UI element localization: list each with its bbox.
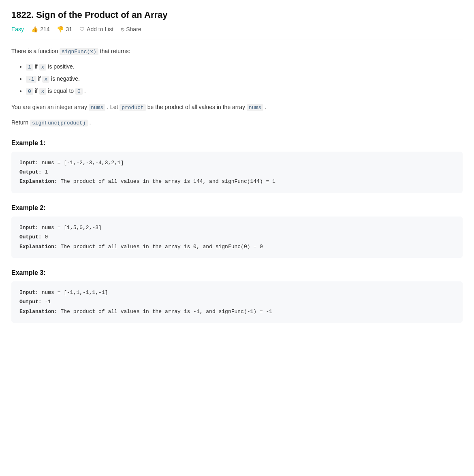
example-2-output: Output: 0	[19, 232, 455, 242]
signfunc-inline-code: signFunc(x)	[60, 48, 98, 55]
bullet-item-1: 1 if x is positive.	[26, 62, 463, 72]
thumbup-icon: 👍	[31, 26, 38, 32]
description-para2: You are given an integer array nums . Le…	[11, 103, 463, 112]
meta-row: Easy 👍 214 👎 31 ♡ Add to List ⎋ Share	[11, 26, 463, 39]
upvote-count: 214	[40, 26, 49, 32]
example-2-block: Input: nums = [1,5,0,2,-3] Output: 0 Exp…	[11, 217, 463, 258]
description-intro: There is a function signFunc(x) that ret…	[11, 47, 463, 56]
example-3-output-label: Output:	[19, 299, 42, 305]
bullet-2-var: x	[42, 76, 49, 83]
problem-description: There is a function signFunc(x) that ret…	[11, 47, 463, 128]
difficulty-badge: Easy	[11, 26, 24, 32]
example-2-input: Input: nums = [1,5,0,2,-3]	[19, 223, 455, 232]
example-1-input-val: nums = [-1,-2,-3,-4,3,2,1]	[42, 160, 124, 166]
bullet-list: 1 if x is positive. -1 if x is negative.…	[11, 62, 463, 96]
example-1-output: Output: 1	[19, 167, 455, 177]
example-1-output-val: 1	[45, 169, 48, 175]
example-1-heading: Example 1:	[11, 139, 463, 147]
example-3-input: Input: nums = [-1,1,-1,1,-1]	[19, 288, 455, 297]
example-2-heading: Example 2:	[11, 204, 463, 212]
example-1-input: Input: nums = [-1,-2,-3,-4,3,2,1]	[19, 158, 455, 167]
example-3-explanation-val: The product of all values in the array i…	[60, 309, 272, 315]
example-3-block: Input: nums = [-1,1,-1,1,-1] Output: -1 …	[11, 281, 463, 323]
bullet-1-var: x	[39, 64, 47, 71]
add-to-list-button[interactable]: ♡ Add to List	[79, 26, 113, 32]
example-2-explanation-val: The product of all values in the array i…	[60, 244, 263, 250]
bullet-1-code: 1	[26, 64, 33, 71]
nums-inline-1: nums	[89, 104, 105, 111]
example-3-output: Output: -1	[19, 297, 455, 307]
share-button[interactable]: ⎋ Share	[121, 26, 141, 32]
example-2-output-label: Output:	[19, 234, 42, 240]
example-1-explanation: Explanation: The product of all values i…	[19, 177, 455, 186]
example-2-input-val: nums = [1,5,0,2,-3]	[42, 225, 102, 231]
example-3-explanation: Explanation: The product of all values i…	[19, 307, 455, 316]
example-3-output-val: -1	[45, 299, 51, 305]
example-2-output-val: 0	[45, 234, 48, 240]
example-2-explanation: Explanation: The product of all values i…	[19, 242, 455, 251]
bullet-item-3: 0 if x is equal to 0 .	[26, 86, 463, 96]
share-icon: ⎋	[121, 26, 124, 32]
example-1-explanation-label: Explanation:	[19, 178, 58, 184]
example-3-explanation-label: Explanation:	[19, 309, 58, 315]
thumbdown-icon: 👎	[57, 26, 64, 32]
nums-inline-2: nums	[247, 104, 263, 111]
example-3-heading: Example 3:	[11, 269, 463, 277]
example-1-explanation-val: The product of all values in the array i…	[60, 178, 275, 184]
bullet-3-end-code: 0	[75, 88, 83, 95]
examples-container: Example 1: Input: nums = [-1,-2,-3,-4,3,…	[11, 139, 463, 323]
share-label: Share	[126, 26, 141, 32]
example-1-block: Input: nums = [-1,-2,-3,-4,3,2,1] Output…	[11, 152, 463, 193]
add-to-list-label: Add to List	[87, 26, 113, 32]
example-3-input-val: nums = [-1,1,-1,1,-1]	[42, 289, 108, 296]
product-inline: product	[120, 104, 146, 111]
downvote-button[interactable]: 👎 31	[57, 26, 72, 32]
signfunc-product-inline: signFunc(product)	[30, 120, 88, 127]
example-3-input-label: Input:	[19, 289, 38, 296]
example-1-output-label: Output:	[19, 169, 42, 175]
upvote-button[interactable]: 👍 214	[31, 26, 49, 32]
bullet-item-2: -1 if x is negative.	[26, 74, 463, 84]
example-2-input-label: Input:	[19, 225, 38, 231]
downvote-count: 31	[66, 26, 72, 32]
example-2-explanation-label: Explanation:	[19, 244, 58, 250]
heart-icon: ♡	[79, 26, 85, 32]
bullet-2-code: -1	[26, 76, 36, 83]
description-para3: Return signFunc(product) .	[11, 118, 463, 128]
problem-title: 1822. Sign of the Product of an Array	[11, 10, 463, 20]
example-1-input-label: Input:	[19, 160, 38, 166]
bullet-3-var: x	[39, 88, 47, 95]
bullet-3-code: 0	[26, 88, 33, 95]
